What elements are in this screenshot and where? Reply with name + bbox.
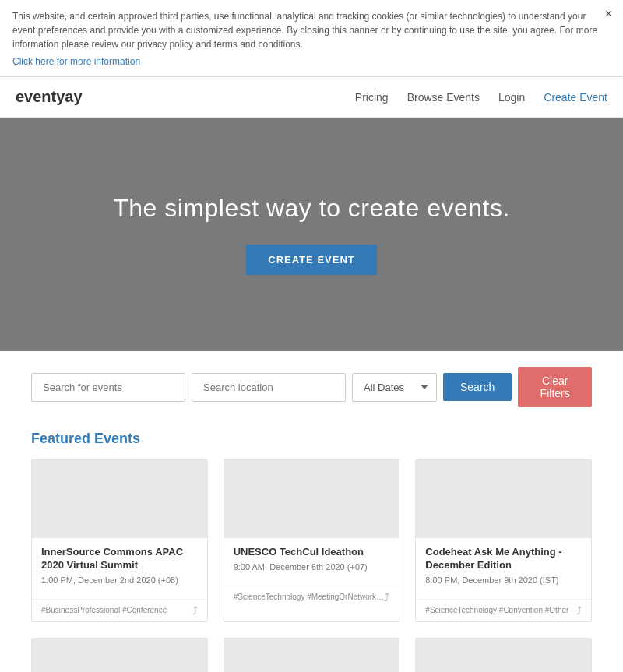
cookie-banner: This website, and certain approved third… [0,0,623,77]
brand-logo[interactable]: eventyay [16,88,83,106]
event-image [32,460,207,538]
nav-login[interactable]: Login [498,91,525,104]
share-icon[interactable]: ⤴ [576,604,582,617]
navbar: eventyay Pricing Browse Events Login Cre… [0,77,623,118]
featured-section: Featured Events InnerSource Commons APAC… [0,423,623,672]
event-date: 8:00 PM, December 9th 2020 (IST) [425,575,582,585]
nav-create-event[interactable]: Create Event [544,91,607,104]
hero-headline: The simplest way to create events. [113,194,510,223]
event-footer: #BusinessProfessional #Conference ⤴ [32,599,207,621]
search-events-input[interactable] [31,373,185,402]
event-body: Codeheat Ask Me Anything - December Edit… [416,538,591,599]
event-title: Codeheat Ask Me Anything - December Edit… [425,546,582,572]
event-body: UNESCO TechCul Ideathon 9:00 AM, Decembe… [224,538,399,586]
search-date-select[interactable]: All Dates Today This Week This Month [352,373,437,402]
event-card[interactable] [31,638,208,672]
event-card[interactable]: InnerSource Commons APAC 2020 Virtual Su… [31,459,208,622]
clear-filters-button[interactable]: Clear Filters [518,367,592,407]
event-image [32,639,207,672]
search-bar: All Dates Today This Week This Month Sea… [31,367,592,407]
event-image [224,460,399,538]
featured-title: Featured Events [31,431,592,447]
event-card[interactable] [224,638,400,672]
share-icon[interactable]: ⤴ [384,591,389,603]
cookie-close-button[interactable]: × [605,8,612,20]
search-button[interactable]: Search [443,373,512,401]
search-location-input[interactable] [192,373,346,402]
cookie-message: This website, and certain approved third… [12,9,611,51]
event-date: 9:00 AM, December 6th 2020 (+07) [234,562,390,572]
event-footer: #ScienceTechnology #Convention #Other ⤴ [416,599,591,621]
event-tags: #ScienceTechnology #MeetingOrNetworkingE… [234,593,385,601]
event-body: InnerSource Commons APAC 2020 Virtual Su… [32,538,207,599]
event-date: 1:00 PM, December 2nd 2020 (+08) [41,575,198,585]
event-title: InnerSource Commons APAC 2020 Virtual Su… [41,546,198,572]
event-tags: #ScienceTechnology #Convention #Other [425,606,576,614]
nav-links: Pricing Browse Events Login Create Event [355,91,607,104]
event-image [416,639,591,672]
hero-create-event-button[interactable]: CREATE EVENT [246,245,376,275]
cookie-more-info-link[interactable]: Click here for more information [12,56,140,67]
event-image [224,639,399,672]
event-image [416,460,591,538]
event-footer: #ScienceTechnology #MeetingOrNetworkingE… [224,586,399,608]
search-section: All Dates Today This Week This Month Sea… [0,351,623,423]
share-icon[interactable]: ⤴ [192,604,198,617]
hero-section: The simplest way to create events. CREAT… [0,118,623,351]
event-title: UNESCO TechCul Ideathon [234,546,390,559]
event-card[interactable]: Codeheat Ask Me Anything - December Edit… [415,459,592,622]
event-card[interactable]: UNESCO TechCul Ideathon 9:00 AM, Decembe… [224,459,400,622]
nav-browse-events[interactable]: Browse Events [407,91,480,104]
nav-pricing[interactable]: Pricing [355,91,389,104]
events-grid: InnerSource Commons APAC 2020 Virtual Su… [31,459,592,672]
event-tags: #BusinessProfessional #Conference [41,606,192,614]
event-card[interactable] [415,638,592,672]
